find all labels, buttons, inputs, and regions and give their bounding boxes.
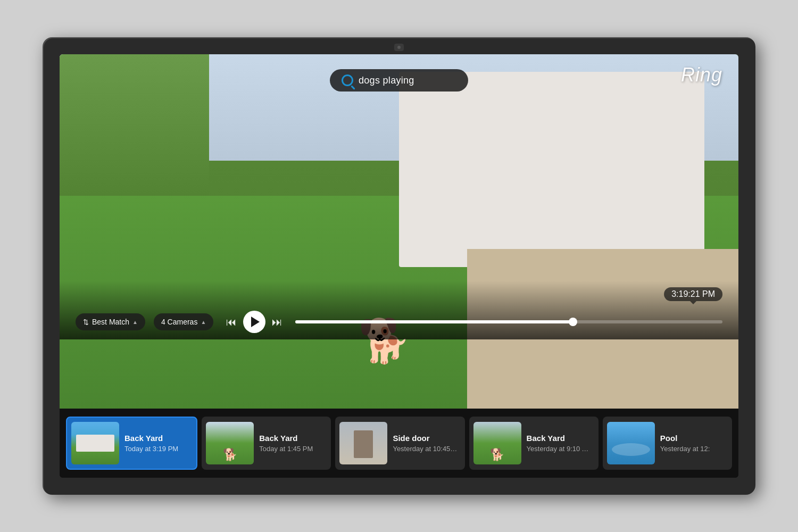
thumb-title-2: Back Yard xyxy=(259,434,323,443)
ring-logo: Ring xyxy=(681,64,722,86)
play-button[interactable] xyxy=(243,311,265,333)
thumb-title-3: Side door xyxy=(393,434,457,443)
skip-back-button[interactable]: ⏮ xyxy=(226,316,237,328)
sort-chevron: ▲ xyxy=(132,319,138,325)
controls-area: 3:19:21 PM ⇅ Best Match ▲ 4 Cameras ▲ xyxy=(60,281,738,339)
thumb-image-3 xyxy=(339,422,387,464)
tv-screen: Ring dogs playing 🐕 3:19:21 PM xyxy=(60,54,738,478)
bg-house xyxy=(399,72,704,267)
search-icon xyxy=(342,74,353,86)
thumb-info-4: Back Yard Yesterday at 9:10 AM xyxy=(527,434,591,453)
progress-bar[interactable] xyxy=(295,320,722,323)
playback-controls: ⇅ Best Match ▲ 4 Cameras ▲ ⏮ ⏭ xyxy=(76,311,722,333)
tv-frame: Ring dogs playing 🐕 3:19:21 PM xyxy=(43,37,755,495)
thumb-item-1[interactable]: Back Yard Today at 3:19 PM xyxy=(66,417,197,470)
sort-icon: ⇅ xyxy=(83,318,89,326)
sort-label: Best Match xyxy=(92,318,129,326)
search-bar[interactable]: dogs playing xyxy=(330,69,468,92)
thumb-info-2: Back Yard Today at 1:45 PM xyxy=(259,434,323,453)
thumb-time-5: Yesterday at 12: xyxy=(660,445,725,453)
thumbnails-strip: Back Yard Today at 3:19 PM Back Yard Tod… xyxy=(60,409,738,478)
thumb-item-3[interactable]: Side door Yesterday at 10:45 AM xyxy=(335,417,464,470)
timestamp-label: 3:19:21 PM xyxy=(664,287,722,301)
thumb-info-1: Back Yard Today at 3:19 PM xyxy=(124,434,189,453)
cameras-chevron: ▲ xyxy=(201,319,206,325)
thumb-time-4: Yesterday at 9:10 AM xyxy=(527,445,591,453)
thumb-info-3: Side door Yesterday at 10:45 AM xyxy=(393,434,457,453)
sort-filter-button[interactable]: ⇅ Best Match ▲ xyxy=(76,313,145,330)
thumb-title-5: Pool xyxy=(660,434,725,443)
thumb-image-1 xyxy=(71,422,119,464)
time-indicator xyxy=(690,301,696,304)
thumb-title-1: Back Yard xyxy=(124,434,189,443)
thumb-info-5: Pool Yesterday at 12: xyxy=(660,434,725,453)
thumb-image-2 xyxy=(206,422,254,464)
thumb-title-4: Back Yard xyxy=(527,434,591,443)
progress-thumb[interactable] xyxy=(569,318,577,326)
thumb-image-5 xyxy=(607,422,655,464)
thumb-image-4 xyxy=(473,422,521,464)
camera-dot xyxy=(394,44,404,51)
search-query: dogs playing xyxy=(359,75,414,86)
progress-fill xyxy=(295,320,573,323)
thumb-time-3: Yesterday at 10:45 AM xyxy=(393,445,457,453)
camera-filter-button[interactable]: 4 Cameras ▲ xyxy=(154,313,213,330)
thumb-time-2: Today at 1:45 PM xyxy=(259,445,323,453)
thumb-item-5[interactable]: Pool Yesterday at 12: xyxy=(603,417,732,470)
playback-buttons: ⏮ ⏭ xyxy=(226,311,282,333)
video-area: Ring dogs playing 🐕 3:19:21 PM xyxy=(60,54,738,409)
thumb-item-4[interactable]: Back Yard Yesterday at 9:10 AM xyxy=(469,417,598,470)
skip-forward-button[interactable]: ⏭ xyxy=(272,316,282,328)
thumb-item-2[interactable]: Back Yard Today at 1:45 PM xyxy=(202,417,331,470)
thumb-time-1: Today at 3:19 PM xyxy=(124,445,189,453)
cameras-label: 4 Cameras xyxy=(161,318,197,326)
